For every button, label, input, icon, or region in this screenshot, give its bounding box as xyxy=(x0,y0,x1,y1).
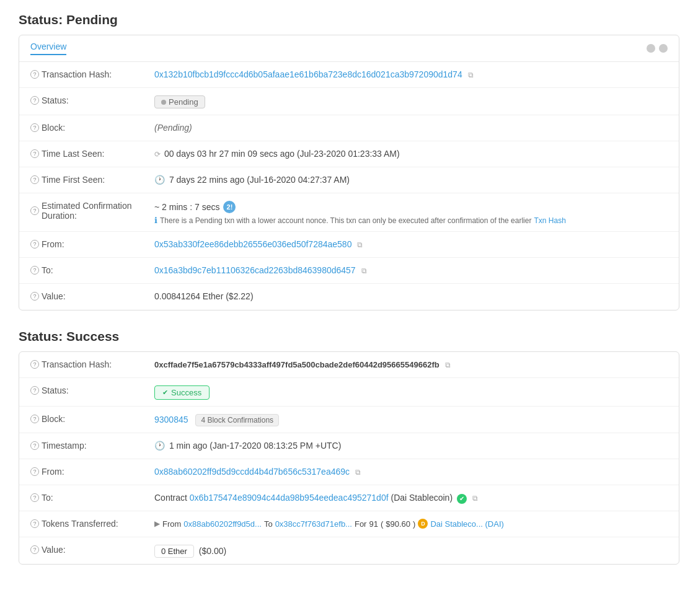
pending-time-first-label: ? Time First Seen: xyxy=(30,174,154,185)
pending-time-last-row: ? Time Last Seen: ⟳ 00 days 03 hr 27 min… xyxy=(19,141,679,167)
success-from-value: 0x88ab60202ff9d5d9ccdd4b4d7b656c5317ea46… xyxy=(154,465,668,477)
success-tx-hash-value: 0xcffade7f5e1a67579cb4333aff497fd5a500cb… xyxy=(154,358,668,369)
success-block-row: ? Block: 9300845 4 Block Confirmations xyxy=(19,407,679,433)
copy-icon-to[interactable]: ⧉ xyxy=(361,266,367,275)
success-to-row: ? To: Contract 0x6b175474e89094c44da98b9… xyxy=(19,485,679,511)
pending-block-value: (Pending) xyxy=(154,121,668,133)
success-from-label: ? From: xyxy=(30,465,154,477)
info-badge: 2! xyxy=(223,201,236,213)
success-timestamp-row: ? Timestamp: 🕐 1 min ago (Jan-17-2020 08… xyxy=(19,433,679,459)
help-icon-timelast[interactable]: ? xyxy=(30,149,39,158)
success-section-title: Status: Success xyxy=(19,329,679,344)
help-icon-value[interactable]: ? xyxy=(30,292,39,301)
success-to-label: ? To: xyxy=(30,491,154,503)
help-icon-status[interactable]: ? xyxy=(30,96,39,105)
success-value-row: ? Value: 0 Ether ($0.00) xyxy=(19,537,679,564)
pending-value-label: ? Value: xyxy=(30,290,154,301)
success-status-value: Success xyxy=(154,384,668,400)
pending-status-row: ? Status: Pending xyxy=(19,88,679,115)
pending-note-line: ℹ There is a Pending txn with a lower ac… xyxy=(154,216,668,225)
pending-time-last-label: ? Time Last Seen: xyxy=(30,147,154,159)
success-block-value: 9300845 4 Block Confirmations xyxy=(154,413,668,426)
success-to-value: Contract 0x6b175474e89094c44da98b954eede… xyxy=(154,491,668,504)
pending-to-value: 0x16a3bd9c7eb11106326cad2263bd8463980d64… xyxy=(154,264,668,275)
pending-from-value: 0x53ab330f2ee86debb26556e036ed50f7284ae5… xyxy=(154,238,668,249)
pending-badge: Pending xyxy=(154,95,205,108)
help-icon-from[interactable]: ? xyxy=(30,240,39,249)
card-header-pending: Overview xyxy=(19,35,679,62)
clock-icon-timestamp: 🕐 xyxy=(154,441,165,451)
pending-time-first-value: 🕐 7 days 22 mins ago (Jul-16-2020 04:27:… xyxy=(154,174,668,185)
help-icon-block[interactable]: ? xyxy=(30,123,39,132)
pending-time-first-row: ? Time First Seen: 🕐 7 days 22 mins ago … xyxy=(19,167,679,193)
success-tx-hash-label: ? Transaction Hash: xyxy=(30,358,154,369)
pending-block-label: ? Block: xyxy=(30,121,154,133)
help-icon-success-block[interactable]: ? xyxy=(30,415,39,423)
spinner-icon: ⟳ xyxy=(154,150,161,159)
help-icon-success-from[interactable]: ? xyxy=(30,467,39,476)
copy-icon-from[interactable]: ⧉ xyxy=(357,240,363,249)
success-timestamp-label: ? Timestamp: xyxy=(30,439,154,451)
pending-tx-hash-value: 0x132b10fbcb1d9fccc4d6b05afaae1e61b6ba72… xyxy=(154,68,668,79)
help-icon-success-to[interactable]: ? xyxy=(30,493,39,502)
success-value-value: 0 Ether ($0.00) xyxy=(154,543,668,558)
pending-estimated-label: ? Estimated Confirmation Duration: xyxy=(30,200,154,221)
help-icon-success-tokens[interactable]: ? xyxy=(30,519,39,528)
pending-status-value: Pending xyxy=(154,94,668,108)
pending-card: Overview ? Transaction Hash: 0x132b10fbc… xyxy=(19,35,679,310)
pending-tx-hash-label: ? Transaction Hash: xyxy=(30,68,154,79)
help-icon-success-timestamp[interactable]: ? xyxy=(30,441,39,450)
success-tokens-row: ? Tokens Transferred: ▶ From 0x88ab60202… xyxy=(19,511,679,537)
help-icon-to[interactable]: ? xyxy=(30,266,39,275)
copy-icon-success-from[interactable]: ⧉ xyxy=(355,468,361,477)
help-icon-success-status[interactable]: ? xyxy=(30,386,39,395)
pending-section-title: Status: Pending xyxy=(19,12,679,27)
success-tokens-value: ▶ From 0x88ab60202ff9d5d... To 0x38cc7f7… xyxy=(154,517,668,529)
contract-verified-icon: ✔ xyxy=(457,494,467,504)
copy-icon-txhash[interactable]: ⧉ xyxy=(468,71,474,79)
pending-value-row: ? Value: 0.00841264 Ether ($2.22) xyxy=(19,284,679,310)
success-tx-hash-row: ? Transaction Hash: 0xcffade7f5e1a67579c… xyxy=(19,352,679,378)
arrow-right-icon: ▶ xyxy=(154,519,160,528)
help-icon-estimated[interactable]: ? xyxy=(30,206,39,215)
pending-value-value: 0.00841264 Ether ($2.22) xyxy=(154,290,668,301)
success-status-row: ? Status: Success xyxy=(19,378,679,407)
overview-tab[interactable]: Overview xyxy=(30,42,66,55)
pending-block-row: ? Block: (Pending) xyxy=(19,115,679,141)
success-tokens-label: ? Tokens Transferred: xyxy=(30,517,154,529)
pending-to-row: ? To: 0x16a3bd9c7eb11106326cad2263bd8463… xyxy=(19,258,679,284)
info-icon-note: ℹ xyxy=(154,216,157,225)
pending-status-label: ? Status: xyxy=(30,94,154,105)
success-timestamp-value: 🕐 1 min ago (Jan-17-2020 08:13:25 PM +UT… xyxy=(154,439,668,451)
pending-to-label: ? To: xyxy=(30,264,154,275)
help-icon-success-txhash[interactable]: ? xyxy=(30,360,39,369)
success-card: ? Transaction Hash: 0xcffade7f5e1a67579c… xyxy=(19,351,679,565)
pending-from-row: ? From: 0x53ab330f2ee86debb26556e036ed50… xyxy=(19,232,679,258)
ether-value-box: 0 Ether xyxy=(154,545,194,558)
clock-icon-first: 🕐 xyxy=(154,175,165,185)
help-icon-txhash[interactable]: ? xyxy=(30,70,39,79)
pending-tx-hash-row: ? Transaction Hash: 0x132b10fbcb1d9fccc4… xyxy=(19,62,679,88)
dot-1 xyxy=(647,44,655,53)
pending-from-label: ? From: xyxy=(30,238,154,249)
header-dots xyxy=(647,44,668,53)
dai-token-icon: D xyxy=(418,519,428,529)
help-icon-timefirst[interactable]: ? xyxy=(30,175,39,184)
success-badge: Success xyxy=(154,385,210,400)
help-icon-success-value[interactable]: ? xyxy=(30,545,39,554)
confirmations-badge: 4 Block Confirmations xyxy=(195,414,279,426)
dot-2 xyxy=(659,44,668,53)
pending-estimated-row: ? Estimated Confirmation Duration: ~ 2 m… xyxy=(19,193,679,232)
success-from-row: ? From: 0x88ab60202ff9d5d9ccdd4b4d7b656c… xyxy=(19,459,679,485)
success-value-label: ? Value: xyxy=(30,543,154,555)
copy-icon-success-to[interactable]: ⧉ xyxy=(472,494,478,503)
success-status-label: ? Status: xyxy=(30,384,154,395)
pending-estimated-value: ~ 2 mins : 7 secs 2! ℹ There is a Pendin… xyxy=(154,200,668,225)
success-block-label: ? Block: xyxy=(30,413,154,424)
pending-time-last-value: ⟳ 00 days 03 hr 27 min 09 secs ago (Jul-… xyxy=(154,147,668,159)
copy-icon-success-txhash[interactable]: ⧉ xyxy=(445,361,451,369)
